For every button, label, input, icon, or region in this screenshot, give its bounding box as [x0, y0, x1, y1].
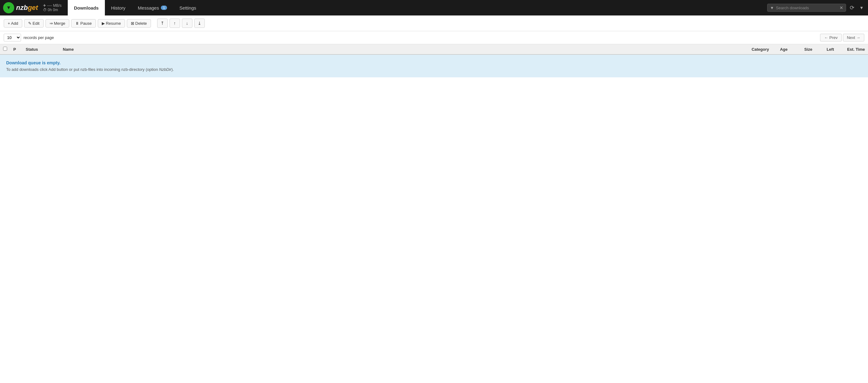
refresh-button[interactable]: ⟳ [848, 3, 856, 12]
header-left: Left [815, 44, 837, 55]
empty-queue-cell: Download queue is empty. To add download… [0, 55, 868, 77]
speed-value: ---- MB/s [47, 3, 62, 8]
move-top-button[interactable]: ⤒ [157, 19, 168, 28]
logo-icon [3, 2, 14, 13]
nav-right: ▼ ✕ ⟳ ▼ [767, 3, 865, 12]
table-body: Download queue is empty. To add download… [0, 55, 868, 77]
tab-downloads[interactable]: Downloads [68, 0, 105, 15]
records-row: 10 25 50 100 records per page ← Prev Nex… [0, 31, 868, 44]
toolbar: + Add ✎ Edit ⇒ Merge ⏸ Pause ▶ Resume ⊠ … [0, 15, 868, 31]
next-button[interactable]: Next → [843, 34, 864, 41]
select-all-checkbox[interactable] [3, 47, 7, 51]
pagination: ← Prev Next → [820, 34, 864, 41]
delete-button[interactable]: ⊠ Delete [127, 19, 151, 28]
add-button[interactable]: + Add [4, 19, 22, 28]
header-row: P Status Name Category Age Size [0, 44, 868, 55]
table-container: P Status Name Category Age Size [0, 44, 868, 77]
search-filter-icon[interactable]: ▼ [770, 6, 774, 10]
speed-display: ✈ ---- MB/s [43, 3, 62, 8]
header-esttime: Est. Time [837, 44, 868, 55]
search-box: ▼ ✕ [767, 4, 846, 12]
move-down-button[interactable]: ↓ [182, 19, 192, 28]
time-value: 0h 0m [48, 8, 58, 12]
empty-queue-row: Download queue is empty. To add download… [0, 55, 868, 77]
tab-messages[interactable]: Messages 1 [132, 0, 174, 15]
logo: nzbget [3, 2, 38, 13]
nav-dropdown-button[interactable]: ▼ [858, 4, 865, 11]
downloads-table: P Status Name Category Age Size [0, 44, 868, 77]
merge-button[interactable]: ⇒ Merge [45, 19, 69, 28]
status-info: ✈ ---- MB/s ⏱ 0h 0m [43, 3, 62, 12]
header-checkbox [0, 44, 10, 55]
header-age: Age [772, 44, 790, 55]
header-size: Size [790, 44, 815, 55]
edit-button[interactable]: ✎ Edit [24, 19, 43, 28]
move-up-button[interactable]: ↑ [169, 19, 180, 28]
tab-settings[interactable]: Settings [173, 0, 202, 15]
search-input[interactable] [776, 6, 838, 10]
empty-queue-message: Download queue is empty. To add download… [0, 55, 868, 77]
table-header: P Status Name Category Age Size [0, 44, 868, 55]
pause-button[interactable]: ⏸ Pause [71, 19, 96, 28]
empty-queue-title: Download queue is empty. [6, 60, 862, 65]
records-per-page-select[interactable]: 10 25 50 100 [4, 34, 21, 41]
header-status: Status [23, 44, 60, 55]
search-close-icon[interactable]: ✕ [840, 5, 843, 10]
logo-text: nzbget [16, 4, 38, 12]
header-p: P [10, 44, 23, 55]
logo-get: get [28, 4, 38, 11]
move-bottom-button[interactable]: ⤓ [194, 19, 205, 28]
prev-button[interactable]: ← Prev [820, 34, 841, 41]
header-name: Name [60, 44, 735, 55]
navbar: nzbget ✈ ---- MB/s ⏱ 0h 0m Downloads His… [0, 0, 868, 15]
time-display: ⏱ 0h 0m [43, 8, 62, 12]
header-category: Category [735, 44, 772, 55]
records-per-page-label: records per page [24, 35, 54, 40]
resume-button[interactable]: ▶ Resume [98, 19, 125, 28]
messages-badge: 1 [161, 6, 167, 10]
nav-tabs: Downloads History Messages 1 Settings [68, 0, 767, 15]
logo-nzb: nzb [16, 4, 28, 11]
tab-history[interactable]: History [105, 0, 132, 15]
empty-queue-description: To add downloads click Add button or put… [6, 67, 862, 72]
